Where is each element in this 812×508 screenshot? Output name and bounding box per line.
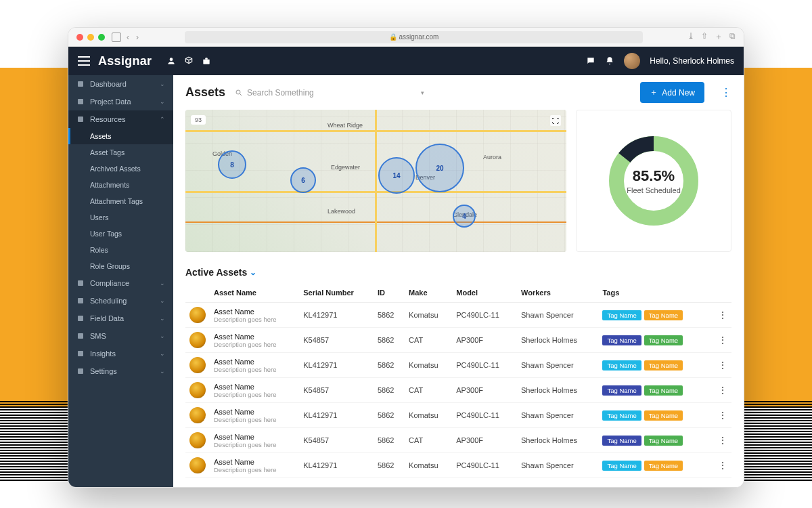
column-header[interactable]: Workers — [517, 283, 598, 303]
map-cluster[interactable]: 14 — [378, 157, 415, 194]
tag-badge[interactable]: Tag Name — [644, 410, 683, 421]
cube-icon[interactable] — [184, 56, 194, 66]
table-row[interactable]: Asset NameDescription goes here KL412971… — [185, 403, 731, 428]
sidebar-sub-roles[interactable]: Roles — [68, 242, 173, 258]
tag-badge[interactable]: Tag Name — [602, 310, 641, 320]
tag-badge[interactable]: Tag Name — [644, 335, 683, 345]
logo[interactable]: Assignar — [98, 54, 152, 68]
sidebar-item-insights[interactable]: Insights ⌄ — [68, 345, 173, 362]
sidebar-item-field data[interactable]: Field Data ⌄ — [68, 310, 173, 327]
chevron-icon: ⌄ — [160, 81, 165, 87]
greeting: Hello, Sherlock Holmes — [650, 56, 734, 66]
tag-badge[interactable]: Tag Name — [602, 436, 641, 446]
table-row[interactable]: Asset NameDescription goes here KL412971… — [185, 453, 731, 478]
cell-serial: KL412971 — [299, 453, 374, 478]
tag-badge[interactable]: Tag Name — [644, 310, 683, 320]
tag-badge[interactable]: Tag Name — [644, 461, 683, 471]
column-header[interactable]: Serial Number — [299, 283, 374, 303]
maximize-window-icon[interactable] — [98, 34, 105, 41]
column-header[interactable]: Model — [452, 283, 517, 303]
tag-badge[interactable]: Tag Name — [602, 410, 641, 421]
table-row[interactable]: Asset NameDescription goes here KL412971… — [185, 303, 731, 328]
briefcase-icon[interactable] — [202, 56, 211, 66]
chevron-icon: ⌄ — [160, 350, 165, 357]
asset-thumbnail — [189, 357, 206, 373]
tag-badge[interactable]: Tag Name — [602, 461, 641, 471]
tag-badge[interactable]: Tag Name — [644, 385, 683, 396]
sidebar-sub-role groups[interactable]: Role Groups — [68, 258, 173, 274]
sidebar-item-sms[interactable]: SMS ⌄ — [68, 327, 173, 345]
tag-badge[interactable]: Tag Name — [602, 360, 641, 371]
bell-icon[interactable] — [605, 56, 614, 66]
sidebar-item-dashboard[interactable]: Dashboard ⌄ — [68, 75, 173, 93]
row-more-icon[interactable]: ⋮ — [714, 328, 731, 353]
url-bar[interactable]: 🔒 assignar.com — [185, 31, 643, 43]
sidebar-sub-users[interactable]: Users — [68, 209, 173, 226]
chart-icon — [76, 350, 85, 358]
table-row[interactable]: Asset NameDescription goes here KL412971… — [185, 353, 731, 378]
sidebar-sub-attachment tags[interactable]: Attachment Tags — [68, 193, 173, 209]
table-row[interactable]: Asset NameDescription goes here K54857 5… — [185, 428, 731, 453]
new-tab-icon[interactable]: ＋ — [715, 31, 723, 43]
column-header[interactable]: Tags — [598, 283, 714, 303]
asset-name: Asset Name — [214, 408, 276, 416]
sidebar-sub-user tags[interactable]: User Tags — [68, 226, 173, 242]
column-header[interactable]: Make — [405, 283, 452, 303]
sidebar-item-scheduling[interactable]: Scheduling ⌄ — [68, 292, 173, 310]
download-icon[interactable]: ⤓ — [687, 31, 694, 43]
map-cluster[interactable]: 6 — [290, 167, 316, 193]
sidebar-sub-assets[interactable]: Assets — [68, 128, 173, 144]
sidebar-item-label: Insights — [90, 350, 116, 358]
chat-icon[interactable] — [586, 56, 595, 66]
tag-badge[interactable]: Tag Name — [644, 436, 683, 446]
person-icon[interactable] — [166, 56, 176, 66]
minimize-window-icon[interactable] — [87, 34, 94, 41]
chevron-down-icon: ⌄ — [250, 268, 256, 277]
sidebar-sub-asset tags[interactable]: Asset Tags — [68, 144, 173, 161]
asset-map[interactable]: 93 ⛶ Wheat RidgeGoldenEdgewaterLakewoodD… — [185, 110, 566, 252]
sidebar-item-project data[interactable]: Project Data ⌄ — [68, 93, 173, 110]
cell-model: AP300F — [452, 378, 517, 403]
column-header[interactable]: ID — [374, 283, 405, 303]
share-icon[interactable]: ⇧ — [701, 31, 708, 43]
back-icon[interactable]: ‹ — [127, 33, 129, 42]
row-more-icon[interactable]: ⋮ — [714, 353, 731, 378]
section-title-text: Active Assets — [185, 267, 247, 278]
sidebar-item-settings[interactable]: Settings ⌄ — [68, 362, 173, 380]
sidebar-item-compliance[interactable]: Compliance ⌄ — [68, 274, 173, 292]
asset-description: Description goes here — [214, 466, 276, 473]
more-options-icon[interactable]: ⋮ — [721, 86, 731, 99]
table-row[interactable]: Asset NameDescription goes here K54857 5… — [185, 378, 731, 403]
row-more-icon[interactable]: ⋮ — [714, 428, 731, 453]
column-header[interactable]: Asset Name — [210, 283, 299, 303]
map-cluster[interactable]: 20 — [415, 144, 464, 192]
sidebar-sub-attachments[interactable]: Attachments — [68, 177, 173, 193]
avatar[interactable] — [624, 53, 640, 69]
row-more-icon[interactable]: ⋮ — [714, 303, 731, 328]
sidebar-item-resources[interactable]: Resources ⌃ — [68, 110, 173, 128]
expand-icon[interactable]: ⛶ — [550, 115, 561, 126]
asset-description: Description goes here — [214, 416, 276, 423]
search-input[interactable]: Search Something ▾ — [235, 88, 424, 98]
sidebar-sub-archived assets[interactable]: Archived Assets — [68, 161, 173, 177]
forward-icon[interactable]: › — [136, 33, 139, 42]
map-road — [375, 110, 377, 252]
row-more-icon[interactable]: ⋮ — [714, 403, 731, 428]
section-title[interactable]: Active Assets ⌄ — [185, 261, 731, 283]
map-cluster[interactable]: 4 — [453, 205, 476, 228]
map-cluster[interactable]: 8 — [218, 150, 246, 179]
row-more-icon[interactable]: ⋮ — [714, 453, 731, 478]
sidebar-toggle-icon[interactable] — [112, 33, 121, 42]
close-window-icon[interactable] — [76, 34, 83, 41]
tag-badge[interactable]: Tag Name — [644, 360, 683, 371]
tag-badge[interactable]: Tag Name — [602, 335, 641, 345]
table-row[interactable]: Asset NameDescription goes here K54857 5… — [185, 328, 731, 353]
row-more-icon[interactable]: ⋮ — [714, 378, 731, 403]
add-new-button[interactable]: ＋ Add New — [640, 82, 704, 103]
cell-tags: Tag NameTag Name — [598, 378, 714, 403]
cell-serial: K54857 — [299, 428, 374, 453]
tabs-icon[interactable]: ⧉ — [729, 31, 736, 43]
plus-icon: ＋ — [650, 87, 658, 98]
tag-badge[interactable]: Tag Name — [602, 385, 641, 396]
menu-icon[interactable] — [78, 56, 90, 66]
